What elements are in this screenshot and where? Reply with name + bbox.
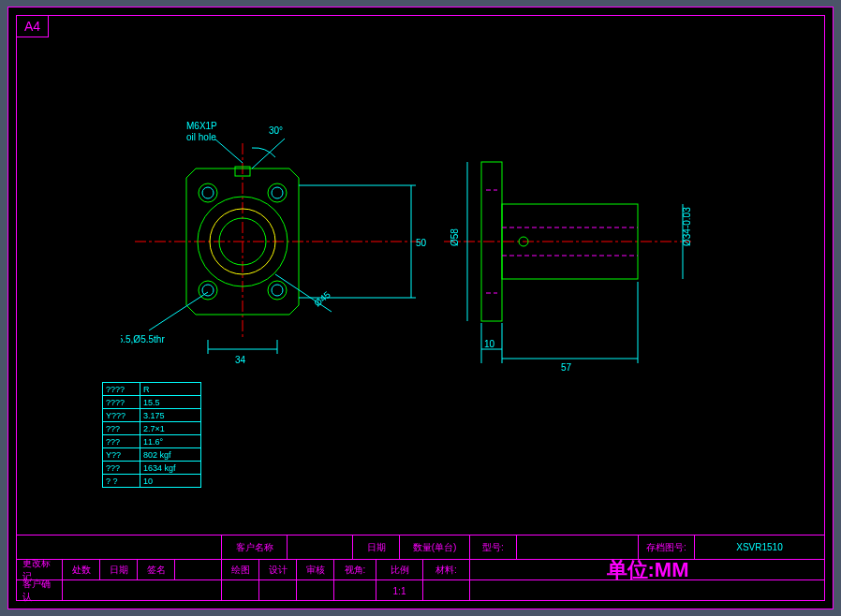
dim-10: 10 xyxy=(484,339,495,349)
spec-row: Y??802 kgf xyxy=(103,448,201,462)
hole-spec: 6-Ø9.5dp5.5,Ø5.5thr xyxy=(121,334,165,345)
oil-hole-label-1: M6X1P xyxy=(186,121,217,131)
dia-58: Ø58 xyxy=(450,228,460,246)
material-label: 材料: xyxy=(423,560,470,579)
svg-point-11 xyxy=(268,281,287,300)
dia-34: Ø34-0.03 xyxy=(682,207,692,246)
svg-line-23 xyxy=(149,292,208,330)
signature-label: 签名 xyxy=(138,560,175,579)
rev-mark-label: 更改标记 xyxy=(16,560,63,579)
oil-hole-label-2: oil hole xyxy=(186,132,216,142)
side-view: Ø58 Ø34-0.03 10 57 xyxy=(439,106,739,387)
view-label: 视角: xyxy=(334,560,376,579)
svg-line-15 xyxy=(252,139,285,169)
dim-50: 50 xyxy=(416,238,427,248)
cust-confirm-label: 客户确认 xyxy=(16,580,63,601)
units-label: 单位:MM xyxy=(607,556,689,584)
svg-point-5 xyxy=(199,183,217,202)
spec-row: ???11.6° xyxy=(103,435,201,448)
spec-table: ????R????15.5Y???3.175???2.7×1???11.6°Y?… xyxy=(102,382,201,488)
sheet-size-label: A4 xyxy=(16,15,49,37)
qty-label: 数量(单台) xyxy=(400,535,470,559)
svg-point-6 xyxy=(202,187,214,198)
customer-label: 客户名称 xyxy=(222,535,288,559)
check-label: 审核 xyxy=(297,560,334,579)
spec-row: ????15.5 xyxy=(103,396,201,409)
drawn-label: 绘图 xyxy=(222,560,259,579)
dim-57: 57 xyxy=(561,362,572,373)
svg-line-14 xyxy=(214,139,243,163)
spec-row: ???2.7×1 xyxy=(103,422,201,435)
part-number: XSVR1510 xyxy=(695,535,825,559)
rev-date-label: 日期 xyxy=(100,560,138,579)
date-label: 日期 xyxy=(353,535,400,559)
spec-row: Y???3.175 xyxy=(103,409,201,422)
scale-value: 1:1 xyxy=(376,580,423,601)
design-label: 设计 xyxy=(259,560,297,579)
spec-row: ? ?10 xyxy=(103,475,201,488)
spec-row: ????R xyxy=(103,383,201,396)
angle-label: 30° xyxy=(269,125,283,136)
location-label: 处数 xyxy=(63,560,100,579)
spec-row: ???1634 kgf xyxy=(103,462,201,475)
model-label: 型号: xyxy=(470,535,517,559)
title-block: 客户名称 日期 数量(单台) 型号: 存档图号: XSVR1510 更改标记 处… xyxy=(16,535,825,601)
scale-label: 比例 xyxy=(376,560,423,579)
svg-point-8 xyxy=(272,187,283,198)
svg-point-7 xyxy=(268,183,287,202)
drawing-sheet: A4 xyxy=(7,7,834,609)
dim-34: 34 xyxy=(235,355,246,365)
svg-point-12 xyxy=(272,285,283,296)
